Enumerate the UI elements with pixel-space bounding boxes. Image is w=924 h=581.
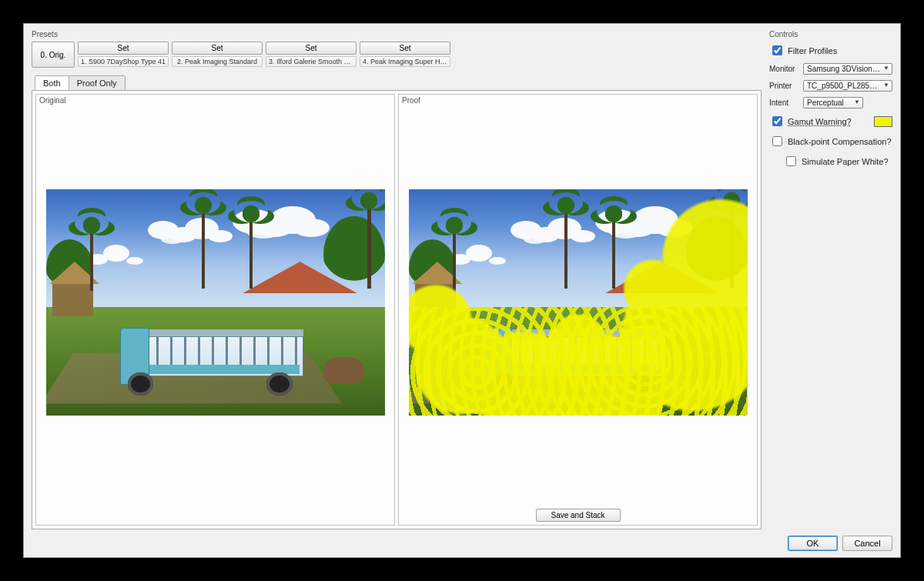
soft-proof-dialog: Presets 0. Orig. Set 1. S900 7DayShop Ty…	[23, 23, 901, 558]
save-row: Save and Stack	[402, 504, 754, 523]
filter-profiles-row: Filter Profiles	[769, 43, 892, 58]
preset-orig-label: 0. Orig.	[41, 51, 66, 59]
original-image-area	[39, 106, 391, 523]
preset-orig-button[interactable]: 0. Orig.	[32, 42, 75, 68]
tab-proof-only[interactable]: Proof Only	[69, 75, 126, 91]
monitor-row: Monitor Samsung 3DVision (Spyder	[769, 63, 892, 75]
preset-block-1: Set 1. S900 7DayShop Type 41	[78, 42, 169, 68]
tab-panel: Original	[32, 90, 762, 529]
monitor-select[interactable]: Samsung 3DVision (Spyder	[803, 63, 892, 75]
presets-title: Presets	[32, 30, 762, 38]
original-image[interactable]	[46, 189, 385, 416]
main-row: Presets 0. Orig. Set 1. S900 7DayShop Ty…	[32, 30, 892, 529]
controls-panel: Controls Filter Profiles Monitor Samsung…	[769, 30, 892, 529]
paper-white-label: Simulate Paper White?	[802, 157, 889, 166]
preset-block-2: Set 2. Peak Imaging Standard	[172, 42, 263, 68]
paper-white-row: Simulate Paper White?	[783, 154, 892, 169]
panel-row: Original	[35, 94, 758, 526]
preset-set-button-1[interactable]: Set	[78, 42, 169, 55]
tab-both[interactable]: Both	[35, 75, 69, 91]
preset-orig-block: 0. Orig.	[32, 42, 75, 68]
bpc-label: Black-point Compensation?	[788, 137, 892, 146]
original-title: Original	[39, 96, 391, 105]
proof-title: Proof	[402, 96, 754, 105]
preset-label-4[interactable]: 4. Peak Imaging Super High Gloss	[360, 56, 450, 67]
intent-row: Intent Perceptual	[769, 97, 892, 109]
tabs: Both Proof Only	[32, 75, 762, 91]
printer-label: Printer	[769, 82, 800, 90]
left-column: Presets 0. Orig. Set 1. S900 7DayShop Ty…	[32, 30, 762, 529]
ok-button[interactable]: OK	[788, 536, 838, 551]
controls-title: Controls	[769, 30, 892, 38]
preset-label-3[interactable]: 3. Ilford Galerie Smooth Gloss	[266, 56, 357, 67]
bpc-checkbox[interactable]	[772, 136, 782, 146]
intent-select[interactable]: Perceptual	[803, 97, 863, 109]
printer-select[interactable]: TC_p9500_PL285_2880_2	[803, 80, 892, 92]
preset-set-button-3[interactable]: Set	[266, 42, 357, 55]
preset-block-4: Set 4. Peak Imaging Super High Gloss	[360, 42, 450, 68]
gamut-color-swatch[interactable]	[874, 116, 892, 127]
gamut-warning-label[interactable]: Gamut Warning?	[788, 117, 852, 126]
original-panel: Original	[35, 94, 395, 526]
save-and-stack-button[interactable]: Save and Stack	[536, 509, 621, 522]
gamut-warning-checkbox[interactable]	[772, 116, 782, 126]
monitor-label: Monitor	[769, 65, 800, 73]
proof-image[interactable]	[409, 189, 748, 416]
presets-group: Presets 0. Orig. Set 1. S900 7DayShop Ty…	[32, 30, 762, 75]
presets-row: 0. Orig. Set 1. S900 7DayShop Type 41 Se…	[32, 42, 762, 68]
filter-profiles-label: Filter Profiles	[788, 46, 837, 55]
proof-image-area	[402, 106, 754, 504]
intent-label: Intent	[769, 99, 800, 107]
preset-label-1[interactable]: 1. S900 7DayShop Type 41	[78, 56, 169, 67]
paper-white-checkbox[interactable]	[786, 156, 796, 166]
gamut-row: Gamut Warning?	[769, 114, 892, 129]
proof-panel: Proof	[398, 94, 758, 526]
bpc-row: Black-point Compensation?	[769, 134, 892, 149]
preset-set-button-4[interactable]: Set	[360, 42, 450, 55]
preset-block-3: Set 3. Ilford Galerie Smooth Gloss	[266, 42, 357, 68]
dialog-footer: OK Cancel	[32, 529, 892, 551]
preset-label-2[interactable]: 2. Peak Imaging Standard	[172, 56, 263, 67]
preset-set-button-2[interactable]: Set	[172, 42, 263, 55]
printer-row: Printer TC_p9500_PL285_2880_2	[769, 80, 892, 92]
filter-profiles-checkbox[interactable]	[772, 45, 782, 55]
cancel-button[interactable]: Cancel	[842, 536, 892, 551]
